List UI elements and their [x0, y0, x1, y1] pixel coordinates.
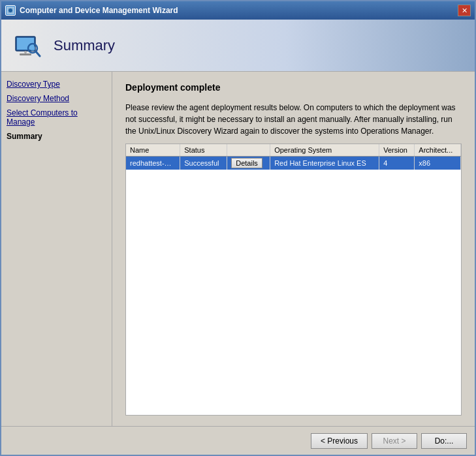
sidebar-item-discovery-type[interactable]: Discovery Type	[1, 77, 112, 91]
finish-button[interactable]: Do:...	[421, 433, 467, 449]
header-banner: Summary	[1, 20, 475, 72]
svg-point-7	[30, 46, 35, 51]
wizard-window: Computer and Device Management Wizard ✕ …	[0, 0, 476, 456]
cell-status: Successful	[180, 157, 227, 170]
next-button[interactable]: Next >	[372, 433, 417, 449]
svg-point-4	[24, 51, 27, 53]
cell-details: Details	[227, 157, 270, 170]
col-status: Status	[180, 144, 227, 157]
cell-name: redhattest-…	[126, 157, 180, 170]
close-button[interactable]: ✕	[458, 5, 471, 16]
svg-point-1	[8, 8, 12, 12]
svg-line-8	[36, 52, 40, 56]
col-name: Name	[126, 144, 180, 157]
table-header-row: Name Status Operating System Version Arc…	[126, 144, 461, 157]
details-button[interactable]: Details	[231, 158, 262, 168]
results-table-container: Name Status Operating System Version Arc…	[125, 144, 462, 416]
results-table: Name Status Operating System Version Arc…	[126, 144, 461, 170]
header-icon	[12, 30, 43, 61]
previous-button[interactable]: < Previous	[311, 433, 368, 449]
svg-rect-5	[20, 53, 31, 55]
panel: Deployment complete Please review the ag…	[112, 72, 475, 426]
cell-arch: x86	[415, 157, 461, 170]
window-title: Computer and Device Management Wizard	[20, 6, 454, 15]
page-title: Summary	[54, 37, 115, 54]
sidebar-item-discovery-method[interactable]: Discovery Method	[1, 91, 112, 106]
table-row[interactable]: redhattest-… Successful Details Red Hat …	[126, 157, 461, 170]
button-bar: < Previous Next > Do:...	[1, 426, 475, 455]
sidebar-item-summary[interactable]: Summary	[1, 129, 112, 144]
sidebar-item-select-computers[interactable]: Select Computers to Manage	[1, 106, 112, 129]
col-action	[227, 144, 270, 157]
col-arch: Architect...	[415, 144, 461, 157]
main-content: Discovery Type Discovery Method Select C…	[1, 72, 475, 426]
cell-version: 4	[379, 157, 415, 170]
window-icon	[5, 5, 16, 16]
sidebar: Discovery Type Discovery Method Select C…	[1, 72, 112, 426]
col-os: Operating System	[270, 144, 379, 157]
cell-os: Red Hat Enterprise Linux ES	[270, 157, 379, 170]
col-version: Version	[379, 144, 415, 157]
title-bar: Computer and Device Management Wizard ✕	[1, 1, 475, 20]
panel-description: Please review the agent deployment resul…	[125, 102, 462, 137]
panel-title: Deployment complete	[125, 82, 462, 93]
